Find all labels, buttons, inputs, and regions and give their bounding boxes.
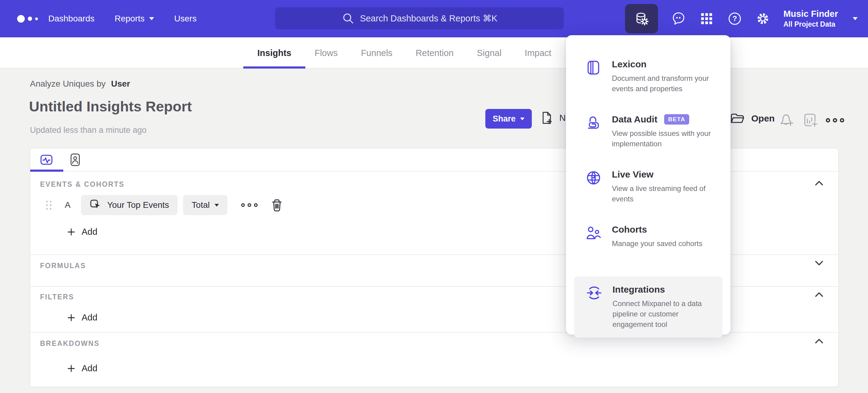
open-report-button[interactable]: Open [730, 111, 775, 126]
event-row: A Your Top Events Total [46, 195, 284, 215]
delete-event-button[interactable] [270, 198, 284, 212]
menu-item-data-audit[interactable]: Data Audit BETA View possible issues wit… [566, 114, 731, 149]
add-to-dashboard-button[interactable] [803, 112, 818, 128]
menu-item-body: Integrations Connect Mixpanel to a data … [613, 284, 714, 330]
add-breakdown-button[interactable]: Add [67, 363, 97, 373]
menu-item-description: Connect Mixpanel to a data pipeline or c… [613, 299, 714, 330]
add-event-button[interactable]: Add [67, 227, 97, 237]
search-input[interactable]: Search Dashboards & Reports ⌘K [275, 7, 564, 29]
menu-item-lexicon[interactable]: Lexicon Document and transform your even… [566, 59, 731, 94]
plus-icon [67, 364, 75, 373]
report-title[interactable]: Untitled Insights Report [29, 98, 192, 115]
tab-label: Impact [525, 48, 551, 58]
data-tools-menu: Lexicon Document and transform your even… [566, 35, 731, 335]
menu-item-title: Cohorts [612, 224, 702, 235]
event-letter: A [65, 200, 71, 210]
apps-grid-button[interactable] [699, 11, 714, 26]
menu-item-description: Document and transform your events and p… [612, 73, 714, 94]
tab-flows[interactable]: Flows [314, 37, 338, 68]
mixpanel-app: Dashboards Reports Users Search Dashboar… [0, 0, 868, 393]
database-gear-icon [634, 11, 649, 26]
plus-icon [67, 228, 75, 236]
more-dots-icon [825, 116, 845, 124]
filters-label: FILTERS [40, 293, 74, 301]
menu-item-title: Integrations [613, 284, 714, 295]
open-label: Open [751, 113, 775, 124]
tab-signal[interactable]: Signal [477, 37, 501, 68]
collapse-breakdowns-chevron-up-icon[interactable] [813, 337, 825, 345]
updated-timestamp: Updated less than a minute ago [30, 125, 146, 135]
nav-item-label: Reports [115, 14, 145, 24]
bell-plus-icon [779, 112, 795, 128]
help-button[interactable]: ? [727, 11, 742, 26]
tab-funnels[interactable]: Funnels [361, 37, 393, 68]
event-more-options-button[interactable] [241, 202, 258, 208]
project-selector[interactable]: Music Finder All Project Data [783, 8, 838, 29]
data-management-button[interactable] [625, 4, 658, 33]
drag-handle-icon[interactable] [46, 201, 51, 210]
nav-item-reports[interactable]: Reports [115, 14, 154, 24]
feedback-button[interactable] [671, 11, 686, 26]
nav-item-label: Dashboards [48, 14, 94, 24]
metric-select-button[interactable]: Total [183, 195, 227, 215]
trash-icon [270, 198, 284, 212]
nav-item-dashboards[interactable]: Dashboards [48, 14, 94, 24]
chevron-down-icon [215, 204, 219, 206]
event-click-icon [90, 199, 102, 211]
menu-item-integrations[interactable]: Integrations Connect Mixpanel to a data … [574, 276, 722, 338]
settings-button[interactable] [755, 11, 771, 26]
nav-item-users[interactable]: Users [174, 14, 196, 24]
menu-item-body: Data Audit BETA View possible issues wit… [612, 114, 727, 149]
tab-events-view[interactable] [39, 153, 54, 167]
tab-users-view[interactable] [68, 153, 82, 167]
tab-insights[interactable]: Insights [257, 37, 291, 68]
share-label: Share [493, 114, 516, 124]
mixpanel-logo[interactable] [17, 0, 38, 37]
menu-item-title: Lexicon [612, 59, 714, 69]
tab-label: Insights [257, 48, 291, 58]
collapse-filters-chevron-up-icon[interactable] [813, 290, 825, 299]
add-label: Add [82, 363, 97, 373]
formulas-label: FORMULAS [40, 262, 86, 270]
analyze-by-value[interactable]: User [111, 79, 130, 89]
plus-icon [67, 313, 75, 322]
chevron-down-icon [520, 117, 524, 120]
report-tab-bar: Insights Flows Funnels Retention Signal … [0, 37, 868, 68]
project-name: Music Finder [783, 8, 838, 20]
nav-menu: Dashboards Reports Users [48, 0, 196, 37]
menu-item-live-view[interactable]: Live View View a live streaming feed of … [566, 169, 731, 204]
analyze-by-label: Analyze Uniques by [30, 79, 105, 89]
alert-subscribe-button[interactable] [779, 112, 795, 128]
beta-badge: BETA [664, 114, 689, 124]
svg-text:?: ? [733, 15, 737, 23]
chart-plus-icon [803, 112, 818, 128]
menu-item-body: Lexicon Document and transform your even… [612, 59, 714, 94]
menu-item-title: Data Audit [612, 114, 657, 124]
menu-item-body: Cohorts Manage your saved cohorts [612, 224, 702, 249]
nav-right-tools: ? Music Finder All Project Data [625, 0, 858, 37]
logo-dot-medium [28, 17, 32, 21]
menu-item-cohorts[interactable]: Cohorts Manage your saved cohorts [566, 224, 731, 249]
project-scope: All Project Data [783, 20, 838, 29]
folder-open-icon [730, 111, 745, 126]
logo-dot-small [35, 18, 38, 20]
tab-impact[interactable]: Impact [525, 37, 551, 68]
add-filter-button[interactable]: Add [67, 312, 97, 322]
nav-item-label: Users [174, 14, 196, 24]
event-select-button[interactable]: Your Top Events [81, 195, 178, 215]
tab-label: Signal [477, 48, 501, 58]
chevron-down-icon [149, 17, 154, 20]
logo-dot-large [17, 15, 25, 23]
share-button[interactable]: Share [485, 109, 532, 129]
menu-item-description: Manage your saved cohorts [612, 238, 702, 249]
menu-item-description: View a live streaming feed of events [612, 183, 725, 204]
collapse-events-chevron-up-icon[interactable] [813, 179, 825, 187]
integrations-sync-icon [586, 284, 602, 330]
tab-retention[interactable]: Retention [416, 37, 454, 68]
search-placeholder: Search Dashboards & Reports ⌘K [360, 13, 498, 24]
activity-chart-icon [39, 153, 54, 167]
expand-formulas-chevron-down-icon[interactable] [813, 259, 825, 267]
chat-bubble-icon [671, 11, 686, 26]
more-options-button[interactable] [825, 116, 845, 124]
globe-icon [586, 169, 601, 204]
